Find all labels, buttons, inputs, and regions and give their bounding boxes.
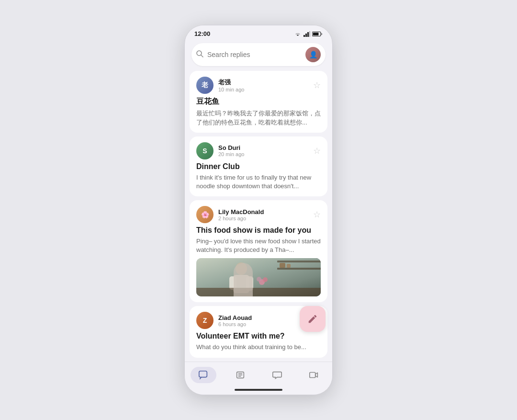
bubble-nav-icon — [272, 370, 282, 380]
avatar-laoquiang: 老 — [196, 77, 214, 94]
card-title-4: Volunteer EMT with me? — [196, 332, 321, 341]
sender-name-1: 老强 — [218, 78, 308, 87]
nav-item-chat[interactable] — [191, 367, 216, 383]
card-header-1: 老 老强 10 min ago ☆ — [196, 77, 321, 94]
card-image-3 — [196, 258, 321, 296]
svg-rect-0 — [303, 35, 305, 37]
svg-point-13 — [236, 262, 247, 275]
sender-time-4: 6 hours ago — [218, 321, 308, 327]
svg-rect-11 — [280, 263, 285, 268]
avatar-ziad: Z — [196, 312, 214, 329]
status-time: 12:00 — [194, 30, 210, 37]
message-card-2[interactable]: S So Duri 20 min ago ☆ Dinner Club I thi… — [190, 136, 327, 196]
card-title-3: This food show is made for you — [196, 226, 321, 235]
message-card-1[interactable]: 老 老强 10 min ago ☆ 豆花鱼 最近忙吗？昨晚我去了你最爱的那家饭馆… — [190, 71, 327, 132]
search-input[interactable] — [207, 51, 302, 58]
phone-frame: 12:00 — [184, 25, 333, 395]
star-button-3[interactable]: ☆ — [313, 209, 321, 220]
bottom-nav — [185, 362, 332, 386]
star-button-1[interactable]: ☆ — [313, 80, 321, 91]
nav-item-bubble[interactable] — [264, 367, 290, 383]
pencil-icon — [307, 314, 318, 324]
nav-item-video[interactable] — [301, 367, 327, 383]
card-preview-4: What do you think about training to be..… — [196, 343, 321, 352]
list-nav-icon — [235, 370, 246, 380]
chat-nav-icon — [198, 370, 209, 380]
card-header-3: 🌸 Lily MacDonald 2 hours ago ☆ — [196, 206, 321, 223]
signal-icon — [303, 31, 310, 37]
food-show-image — [196, 258, 321, 296]
sender-time-1: 10 min ago — [218, 87, 308, 92]
battery-icon — [312, 31, 323, 37]
svg-rect-2 — [307, 32, 309, 37]
compose-fab-button[interactable] — [300, 306, 326, 332]
nav-item-list[interactable] — [227, 367, 253, 383]
video-nav-icon — [309, 370, 319, 380]
svg-line-7 — [201, 55, 203, 57]
card-preview-3: Ping– you'd love this new food show I st… — [196, 237, 321, 254]
svg-rect-15 — [229, 276, 236, 290]
svg-point-19 — [263, 277, 268, 282]
card-meta-3: Lily MacDonald 2 hours ago — [218, 208, 308, 221]
avatar-soduri: S — [196, 142, 214, 159]
sender-time-3: 2 hours ago — [218, 216, 308, 221]
svg-rect-5 — [313, 33, 319, 35]
svg-rect-21 — [199, 371, 207, 377]
status-bar: 12:00 — [185, 25, 332, 40]
search-bar[interactable]: 👤 — [191, 43, 326, 66]
avatar-lily: 🌸 — [196, 206, 214, 223]
star-button-2[interactable]: ☆ — [313, 146, 321, 156]
card-title-2: Dinner Club — [196, 162, 321, 171]
card-meta-4: Ziad Aouad 6 hours ago — [218, 314, 308, 327]
svg-rect-16 — [246, 276, 253, 291]
svg-rect-12 — [287, 264, 291, 268]
svg-rect-1 — [305, 34, 307, 37]
user-avatar: 👤 — [305, 47, 321, 62]
svg-rect-3 — [309, 31, 310, 37]
wifi-icon — [294, 31, 302, 37]
sender-name-4: Ziad Aouad — [218, 314, 308, 321]
svg-point-20 — [257, 277, 261, 282]
card-preview-2: I think it's time for us to finally try … — [196, 173, 321, 191]
home-indicator — [185, 386, 332, 395]
home-bar — [235, 389, 282, 391]
card-title-1: 豆花鱼 — [196, 97, 321, 107]
status-icons — [294, 31, 323, 37]
svg-rect-10 — [277, 268, 321, 270]
card-preview-1: 最近忙吗？昨晚我去了你最爱的那家饭馆，点了他们的特色豆花鱼，吃着吃着就想你... — [196, 109, 321, 126]
sender-time-2: 20 min ago — [218, 151, 308, 157]
card-meta-2: So Duri 20 min ago — [218, 144, 308, 157]
message-card-3[interactable]: 🌸 Lily MacDonald 2 hours ago ☆ This food… — [190, 200, 327, 302]
svg-rect-26 — [309, 372, 315, 377]
sender-name-2: So Duri — [218, 144, 308, 151]
svg-rect-17 — [196, 288, 321, 296]
card-header-2: S So Duri 20 min ago ☆ — [196, 142, 321, 159]
search-icon — [196, 50, 203, 59]
svg-rect-14 — [233, 275, 249, 293]
sender-name-3: Lily MacDonald — [218, 208, 308, 216]
svg-rect-9 — [277, 261, 321, 262]
card-meta-1: 老强 10 min ago — [218, 78, 308, 92]
